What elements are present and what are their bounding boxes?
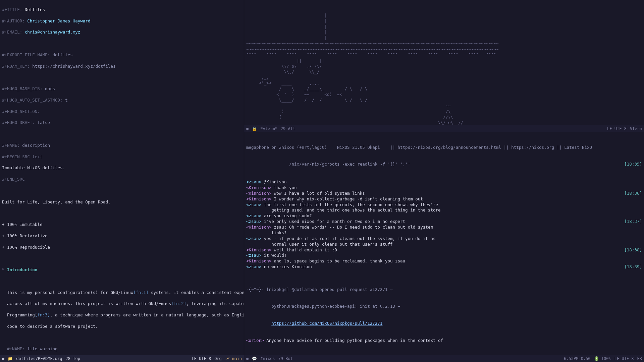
irc-message: <zsau> no worries Kinnison[18:39] <box>246 264 642 270</box>
terminal-pane[interactable]: | | | | | ~~~~~~~~~~~~~~~~~~~~~~~~~~~~~~… <box>244 0 644 132</box>
modeline-irc: ● 💬 #nixos 79 Bot 6:53PM 0.50 🔋 100% LF … <box>244 355 644 362</box>
irc-message: <Kinnison> thank you <box>246 185 642 191</box>
save-icon: ● <box>2 356 4 361</box>
folder-icon: 📁 <box>8 356 13 361</box>
modeline-vterm: ● 🔒 *vterm* 29 All LF UTF-8 VTerm <box>244 125 644 132</box>
irc-message: <zsau> are you using sudo? <box>246 213 642 219</box>
ascii-art: | | | | | ~~~~~~~~~~~~~~~~~~~~~~~~~~~~~~… <box>246 13 642 132</box>
irc-topic: megaphone on #nixos (+nrt,lag:0) NixOS 2… <box>246 145 642 150</box>
modeline-left: ● 📁 dotfiles/README.org 28 Top LF UTF-8 … <box>0 355 244 362</box>
chat-icon: 💬 <box>252 356 257 361</box>
irc-message: <zsau> the first one lists all the gcroo… <box>246 202 642 208</box>
org-title: Dotfiles <box>25 7 45 12</box>
irc-message: <Kinnison> well that'd explain it :D[18:… <box>246 247 642 253</box>
irc-message: <Kinnison> I wonder why nix-collect-garb… <box>246 196 642 202</box>
editor-pane-left[interactable]: #+TITLE: Dotfiles #+AUTHOR: Christopher … <box>0 0 244 362</box>
irc-message: <zsau> @Kinnison <box>246 179 642 185</box>
irc-message: <Kinnison> and lo, space begins to be re… <box>246 258 642 264</box>
link-pr-127271[interactable]: https://github.com/NixOS/nixpkgs/pull/12… <box>271 321 382 326</box>
irc-message: <Kinnison> wow I have a lot of old syste… <box>246 191 642 196</box>
lock-icon: 🔒 <box>252 126 257 131</box>
buffer-name: #nixos <box>260 356 275 361</box>
irc-message: <zsau> i've only used nixos for a month … <box>246 219 642 225</box>
buffer-name: *vterm* <box>260 126 277 131</box>
git-branch-icon: ⎇ <box>225 356 230 361</box>
battery-icon: 🔋 <box>594 356 599 361</box>
buffer-name: dotfiles/README.org <box>16 356 62 361</box>
irc-message: normal user it only cleans out that user… <box>246 242 642 247</box>
irc-message: <zsau> yes - if you do it as root it cle… <box>246 236 642 242</box>
irc-message: getting used, and the third one shows th… <box>246 207 642 213</box>
irc-pane[interactable]: megaphone on #nixos (+nrt,lag:0) NixOS 2… <box>244 132 644 362</box>
irc-message: links? <box>246 230 642 236</box>
heading-introduction: Introduction <box>7 267 37 272</box>
irc-message: <zsau> it would! <box>246 253 642 258</box>
irc-message: <Kinnison> zsau: Oh *rude words* -- Do I… <box>246 225 642 230</box>
